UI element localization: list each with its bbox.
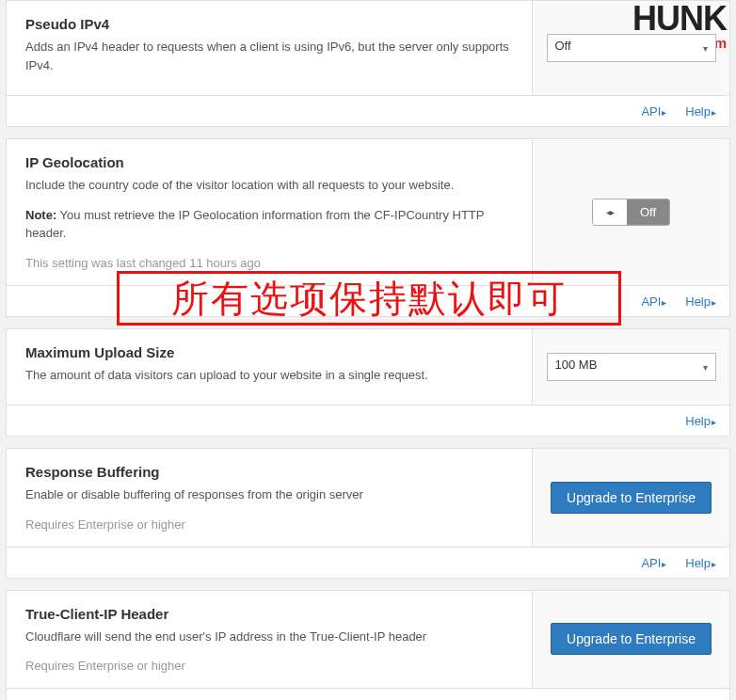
geo-title: IP Geolocation	[25, 154, 513, 170]
toggle-arrows-icon: ◂▸	[606, 207, 614, 217]
card-true-client-ip: True-Client-IP Header Cloudflare will se…	[6, 590, 730, 701]
help-link[interactable]: Help▸	[685, 414, 716, 428]
arrow-icon: ▸	[712, 417, 716, 427]
caret-icon: ▾	[703, 361, 708, 372]
arrow-icon: ▸	[712, 107, 716, 118]
toggle-on-seg[interactable]: ◂▸	[593, 199, 627, 225]
upgrade-button[interactable]: Upgrade to Enterprise	[551, 623, 712, 655]
card-max-upload: Maximum Upload Size The amount of data v…	[6, 328, 730, 438]
buffer-desc: Enable or disable buffering of responses…	[25, 485, 513, 504]
watermark-text: HUNK	[607, 2, 727, 36]
upload-desc: The amount of data visitors can upload t…	[25, 366, 513, 385]
trueip-meta: Requires Enterprise or higher	[25, 659, 513, 673]
upload-select[interactable]: 100 MB ▾	[547, 353, 716, 381]
api-link[interactable]: API▸	[641, 294, 666, 309]
arrow-icon: ▸	[662, 559, 666, 569]
upgrade-button[interactable]: Upgrade to Enterprise	[551, 482, 712, 514]
caret-icon: ▾	[703, 43, 708, 54]
upload-select-value: 100 MB	[555, 358, 598, 372]
help-link[interactable]: Help▸	[685, 556, 716, 570]
geo-toggle[interactable]: ◂▸ Off	[592, 199, 670, 226]
pseudo-select[interactable]: Off ▾	[547, 34, 716, 62]
api-link[interactable]: API▸	[641, 104, 666, 119]
help-link[interactable]: Help▸	[685, 104, 716, 119]
help-link[interactable]: Help▸	[685, 294, 716, 309]
arrow-icon: ▸	[712, 297, 716, 308]
arrow-icon: ▸	[712, 559, 716, 569]
buffer-meta: Requires Enterprise or higher	[25, 517, 513, 532]
card-ip-geolocation: IP Geolocation Include the country code …	[6, 138, 730, 317]
arrow-icon: ▸	[662, 107, 666, 118]
api-link[interactable]: API▸	[641, 556, 666, 570]
geo-note: Note: You must retrieve the IP Geolocati…	[25, 206, 513, 243]
card-response-buffering: Response Buffering Enable or disable buf…	[6, 448, 730, 579]
geo-meta: This setting was last changed 11 hours a…	[25, 256, 513, 270]
pseudo-title: Pseudo IPv4	[25, 16, 513, 32]
arrow-icon: ▸	[662, 297, 666, 308]
upload-title: Maximum Upload Size	[25, 344, 513, 360]
trueip-title: True-Client-IP Header	[25, 606, 513, 622]
geo-desc: Include the country code of the visitor …	[25, 176, 513, 195]
toggle-off-seg[interactable]: Off	[627, 199, 669, 225]
trueip-desc: Cloudflare will send the end user's IP a…	[25, 628, 513, 646]
pseudo-select-value: Off	[555, 39, 571, 53]
buffer-title: Response Buffering	[25, 464, 513, 480]
pseudo-desc: Adds an IPv4 header to requests when a c…	[25, 38, 513, 74]
